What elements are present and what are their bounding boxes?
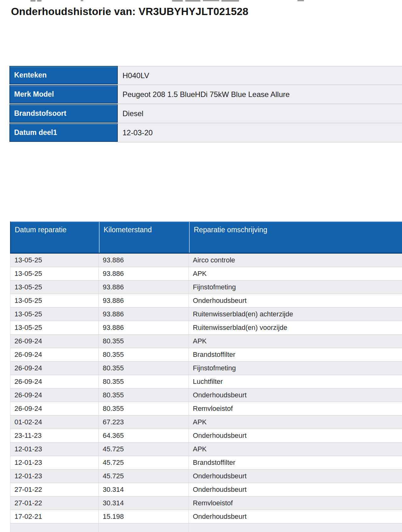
repair-date-cell: 13-05-25 xyxy=(10,281,98,294)
table-row: 13-05-2593.886Ruitenwisserblad(en) achte… xyxy=(10,308,402,321)
repair-description-cell: Luchtfilter xyxy=(188,375,402,388)
table-row: 13-05-2593.886Airco controle xyxy=(10,254,402,267)
empty-cell xyxy=(98,524,188,532)
page-title: Onderhoudshistorie van: VR3UBYHYJLT02152… xyxy=(11,6,248,18)
column-header-reparatie-omschrijving: Reparatie omschrijving xyxy=(189,222,402,253)
table-row: 27-01-2230.314Remvloeistof xyxy=(10,497,402,510)
history-table-body: 13-05-2593.886Airco controle13-05-2593.8… xyxy=(10,254,402,532)
table-row: 26-09-2480.355Luchtfilter xyxy=(10,375,402,389)
repair-description-cell: APK xyxy=(188,335,402,348)
repair-date-cell: 27-01-22 xyxy=(10,497,98,510)
repair-description-cell: APK xyxy=(188,416,402,429)
vehicle-info-row: BrandstofsoortDiesel xyxy=(9,104,402,123)
mileage-cell: 93.886 xyxy=(98,308,188,321)
repair-description-cell: APK xyxy=(188,267,402,280)
mileage-cell: 64.365 xyxy=(98,429,188,442)
vehicle-info-row: Merk ModelPeugeot 208 1.5 BlueHDi 75kW B… xyxy=(9,85,402,104)
table-row: 26-09-2480.355Onderhoudsbeurt xyxy=(10,389,402,402)
mileage-cell: 80.355 xyxy=(98,335,188,348)
table-row: 13-05-2593.886Fijnstofmeting xyxy=(10,281,402,294)
repair-date-cell: 13-05-25 xyxy=(10,267,98,280)
table-row: 13-05-2593.886APK xyxy=(10,267,402,281)
repair-description-cell: Brandstoffilter xyxy=(188,456,402,469)
table-row-partial xyxy=(10,524,402,532)
column-header-kilometerstand: Kilometerstand xyxy=(99,222,189,253)
repair-description-cell: Fijnstofmeting xyxy=(188,281,402,294)
repair-description-cell: Airco controle xyxy=(188,254,402,267)
repair-description-cell: Ruitenwisserblad(en) voorzijde xyxy=(188,321,402,334)
column-header-datum-reparatie: Datum reparatie xyxy=(11,222,99,253)
repair-description-cell: Onderhoudsbeurt xyxy=(188,429,402,442)
table-row: 01-02-2467.223APK xyxy=(10,416,402,429)
table-row: 23-11-2364.365Onderhoudsbeurt xyxy=(10,429,402,443)
repair-description-cell: Ruitenwisserblad(en) achterzijde xyxy=(188,308,402,321)
table-row: 13-05-2593.886Ruitenwisserblad(en) voorz… xyxy=(10,321,402,335)
vehicle-info-label: Brandstofsoort xyxy=(9,104,118,123)
repair-description-cell: Onderhoudsbeurt xyxy=(188,483,402,496)
repair-date-cell: 12-01-23 xyxy=(10,443,98,456)
table-row: 26-09-2480.355Fijnstofmeting xyxy=(10,362,402,375)
repair-date-cell: 17-02-21 xyxy=(10,510,98,523)
table-row: 26-09-2480.355APK xyxy=(10,335,402,348)
repair-date-cell: 23-11-23 xyxy=(10,429,98,442)
repair-description-cell: Fijnstofmeting xyxy=(188,362,402,375)
empty-cell xyxy=(188,524,402,532)
table-row: 26-09-2480.355Brandstoffilter xyxy=(10,348,402,362)
vehicle-info-label: Datum deel1 xyxy=(9,123,118,142)
repair-description-cell: Onderhoudsbeurt xyxy=(188,510,402,523)
mileage-cell: 15.198 xyxy=(98,510,188,523)
repair-date-cell: 26-09-24 xyxy=(10,389,98,402)
vehicle-info-row: Datum deel112-03-20 xyxy=(9,123,402,142)
mileage-cell: 67.223 xyxy=(98,416,188,429)
vehicle-info-value: Peugeot 208 1.5 BlueHDi 75kW Blue Lease … xyxy=(118,85,402,104)
mileage-cell: 45.725 xyxy=(98,456,188,469)
repair-date-cell: 27-01-22 xyxy=(10,483,98,496)
table-row: 17-02-2115.198Onderhoudsbeurt xyxy=(10,510,402,524)
table-row: 13-05-2593.886Onderhoudsbeurt xyxy=(10,294,402,308)
mileage-cell: 30.314 xyxy=(98,483,188,496)
repair-description-cell: Onderhoudsbeurt xyxy=(188,294,402,307)
mileage-cell: 93.886 xyxy=(98,281,188,294)
mileage-cell: 45.725 xyxy=(98,470,188,483)
mileage-cell: 93.886 xyxy=(98,254,188,267)
vehicle-info-table: KentekenH040LVMerk ModelPeugeot 208 1.5 … xyxy=(9,66,402,142)
maintenance-history-table: Datum reparatie Kilometerstand Reparatie… xyxy=(10,221,402,532)
repair-description-cell: Brandstoffilter xyxy=(188,348,402,361)
mileage-cell: 45.725 xyxy=(98,443,188,456)
mileage-cell: 93.886 xyxy=(98,321,188,334)
cropped-text-fragments xyxy=(0,0,402,3)
vehicle-info-value: Diesel xyxy=(118,104,402,123)
mileage-cell: 80.355 xyxy=(98,362,188,375)
repair-date-cell: 26-09-24 xyxy=(10,375,98,388)
table-row: 26-09-2480.355Remvloeistof xyxy=(10,402,402,416)
repair-date-cell: 12-01-23 xyxy=(10,456,98,469)
repair-date-cell: 13-05-25 xyxy=(10,294,98,307)
vehicle-info-row: KentekenH040LV xyxy=(9,66,402,85)
empty-cell xyxy=(10,524,98,532)
repair-date-cell: 13-05-25 xyxy=(10,321,98,334)
table-row: 12-01-2345.725APK xyxy=(10,443,402,456)
mileage-cell: 93.886 xyxy=(98,267,188,280)
repair-date-cell: 26-09-24 xyxy=(10,362,98,375)
repair-date-cell: 13-05-25 xyxy=(10,254,98,267)
repair-description-cell: APK xyxy=(188,443,402,456)
repair-description-cell: Remvloeistof xyxy=(188,497,402,510)
repair-date-cell: 13-05-25 xyxy=(10,308,98,321)
history-table-header: Datum reparatie Kilometerstand Reparatie… xyxy=(10,221,402,254)
vehicle-info-value: 12-03-20 xyxy=(118,123,402,142)
table-row: 12-01-2345.725Onderhoudsbeurt xyxy=(10,470,402,483)
mileage-cell: 93.886 xyxy=(98,294,188,307)
mileage-cell: 80.355 xyxy=(98,389,188,402)
vehicle-info-value: H040LV xyxy=(118,66,402,85)
table-row: 12-01-2345.725Brandstoffilter xyxy=(10,456,402,470)
repair-date-cell: 26-09-24 xyxy=(10,335,98,348)
repair-description-cell: Onderhoudsbeurt xyxy=(188,470,402,483)
repair-description-cell: Onderhoudsbeurt xyxy=(188,389,402,402)
table-row: 27-01-2230.314Onderhoudsbeurt xyxy=(10,483,402,497)
repair-date-cell: 26-09-24 xyxy=(10,402,98,415)
vehicle-info-label: Kenteken xyxy=(9,66,118,84)
mileage-cell: 30.314 xyxy=(98,497,188,510)
mileage-cell: 80.355 xyxy=(98,402,188,415)
vehicle-info-label: Merk Model xyxy=(9,85,118,104)
mileage-cell: 80.355 xyxy=(98,348,188,361)
